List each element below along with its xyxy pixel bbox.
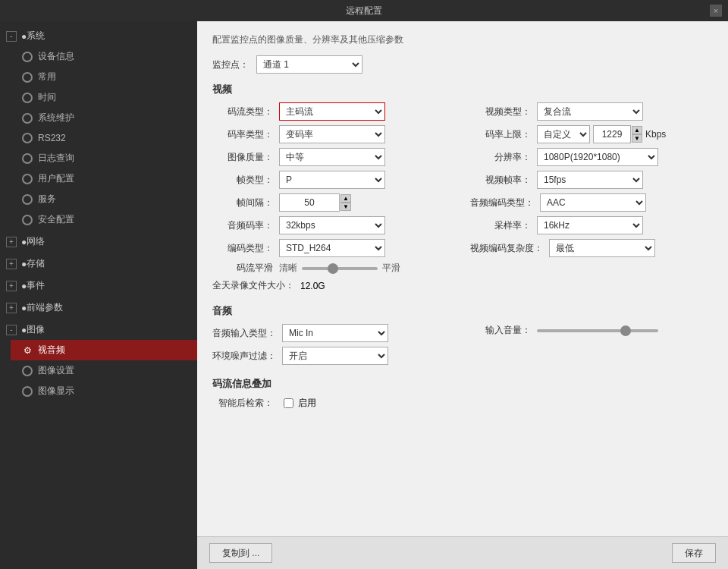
- sidebar-image-children: ⚙ 视音频 图像设置 图像显示: [0, 340, 197, 401]
- monitor-label: 监控点：: [212, 58, 249, 71]
- title-bar: 远程配置 ×: [0, 0, 728, 21]
- sidebar-system-children: 设备信息 常用 时间 系统维护 RS232: [0, 46, 197, 230]
- volume-slider[interactable]: [537, 329, 658, 332]
- sidebar-group-label-image: 图像: [27, 323, 45, 336]
- resolution-select[interactable]: 1080P(1920*1080): [537, 148, 658, 166]
- sidebar-item-video-audio[interactable]: ⚙ 视音频: [11, 340, 197, 360]
- smooth-left-label: 清晰: [279, 262, 297, 275]
- toggle-network-icon: +: [6, 237, 17, 247]
- sidebar-item-image-settings[interactable]: 图像设置: [11, 360, 197, 381]
- audio-input-type-label: 音频输入类型：: [212, 327, 276, 340]
- video-left-col: 码流类型： 主码流 码率类型： 变码率 图像质量：: [212, 102, 455, 297]
- toggle-system-icon: -: [6, 31, 17, 42]
- sidebar-group-header-system[interactable]: - ● 系统: [0, 26, 197, 46]
- sidebar-item-label: 视音频: [38, 344, 65, 357]
- save-button[interactable]: 保存: [672, 543, 716, 563]
- sidebar-group-event: + ● 事件: [0, 275, 197, 296]
- encode-type-select[interactable]: STD_H264: [279, 239, 385, 257]
- video-fps-select[interactable]: 15fps: [537, 171, 643, 189]
- image-quality-label: 图像质量：: [212, 151, 273, 164]
- security-icon: [21, 214, 33, 226]
- audio-input-type-select[interactable]: Mic In: [282, 324, 388, 342]
- smart-detect-enable-label: 启用: [298, 397, 316, 410]
- stream-type-select[interactable]: 主码流: [279, 102, 385, 121]
- idr-interval-btns: ▲ ▼: [340, 194, 351, 211]
- video-complexity-select[interactable]: 最低: [549, 239, 655, 257]
- audio-bitrate-select[interactable]: 32kbps: [279, 216, 385, 234]
- sidebar-item-label: RS232: [38, 133, 66, 143]
- fullday-row: 全天录像文件大小： 12.0G: [212, 279, 455, 292]
- sidebar-group-header-image[interactable]: - ● 图像: [0, 319, 197, 340]
- input-volume-label: 输入音量：: [470, 324, 531, 337]
- toggle-frontend-icon: +: [6, 303, 17, 313]
- audio-left-col: 音频输入类型： Mic In 环境噪声过滤： 开启: [212, 324, 455, 369]
- sidebar-group-header-frontend[interactable]: + ● 前端参数: [0, 297, 197, 318]
- network-icon: ●: [21, 237, 27, 247]
- frame-type-select[interactable]: P: [279, 171, 385, 189]
- bitrate-upper-input[interactable]: [593, 125, 631, 143]
- env-filter-select[interactable]: 开启: [282, 347, 388, 365]
- bottom-bar: 复制到 ... 保存: [197, 536, 728, 569]
- bitrate-upper-type-select[interactable]: 自定义: [537, 125, 590, 143]
- audio-encode-select[interactable]: AAC: [540, 193, 646, 212]
- sidebar-group-label-network: 网络: [27, 235, 45, 248]
- sidebar-item-log[interactable]: 日志查询: [11, 148, 197, 168]
- bitrate-upper-up-btn[interactable]: ▲: [632, 126, 642, 134]
- input-volume-row: 输入音量：: [470, 324, 713, 337]
- toggle-storage-icon: +: [6, 259, 17, 269]
- bitrate-upper-down-btn[interactable]: ▼: [632, 134, 642, 143]
- sidebar-item-device-info[interactable]: 设备信息: [11, 46, 197, 67]
- event-icon: ●: [21, 281, 27, 291]
- close-button[interactable]: ×: [710, 5, 722, 17]
- image-quality-select[interactable]: 中等: [279, 148, 385, 166]
- idr-down-btn[interactable]: ▼: [340, 203, 351, 211]
- monitor-row: 监控点： 通道 1: [212, 55, 713, 74]
- sidebar-item-common[interactable]: 常用: [11, 67, 197, 87]
- sidebar-group-label-system: 系统: [27, 30, 45, 42]
- sidebar-item-label: 日志查询: [38, 152, 74, 165]
- frame-type-row: 帧类型： P: [212, 171, 455, 189]
- sidebar-group-header-storage[interactable]: + ● 存储: [0, 253, 197, 274]
- idr-interval-input[interactable]: [279, 193, 340, 212]
- sidebar-item-label: 设备信息: [38, 50, 74, 63]
- sidebar-item-label: 用户配置: [38, 172, 74, 185]
- sidebar-item-label: 时间: [38, 91, 56, 104]
- sidebar-item-time[interactable]: 时间: [11, 87, 197, 108]
- device-info-icon: [21, 51, 33, 63]
- sidebar-group-header-event[interactable]: + ● 事件: [0, 275, 197, 296]
- video-type-select[interactable]: 复合流: [537, 102, 643, 121]
- audio-bitrate-label: 音频码率：: [212, 219, 273, 232]
- sidebar-group-header-network[interactable]: + ● 网络: [0, 231, 197, 252]
- service-icon: [21, 193, 33, 206]
- bitrate-upper-label: 码率上限：: [470, 128, 531, 141]
- bitrate-upper-btns: ▲ ▼: [632, 126, 642, 143]
- bitrate-type-select[interactable]: 变码率: [279, 125, 385, 143]
- video-fps-row: 视频帧率： 15fps: [470, 171, 713, 189]
- sidebar-item-rs232[interactable]: RS232: [11, 128, 197, 148]
- copy-to-button[interactable]: 复制到 ...: [209, 543, 272, 563]
- sidebar-item-maintenance[interactable]: 系统维护: [11, 108, 197, 128]
- common-icon: [21, 71, 33, 83]
- sidebar-item-security[interactable]: 安全配置: [11, 209, 197, 230]
- smart-detect-checkbox[interactable]: [284, 398, 293, 408]
- video-right-col: 视频类型： 复合流 码率上限： 自定义 ▲: [470, 102, 713, 297]
- video-complexity-label: 视频编码复杂度：: [470, 242, 543, 255]
- bitrate-type-label: 码率类型：: [212, 128, 273, 141]
- sample-rate-select[interactable]: 16kHz: [537, 216, 643, 234]
- monitor-select[interactable]: 通道 1: [256, 55, 362, 74]
- sidebar-group-label-event: 事件: [27, 279, 45, 292]
- bitstream-section-title: 码流信息叠加: [212, 377, 713, 391]
- sidebar-group-label-frontend: 前端参数: [27, 301, 63, 314]
- video-audio-icon: ⚙: [21, 344, 33, 357]
- sidebar-item-image-display[interactable]: 图像显示: [11, 381, 197, 401]
- idr-interval-spinner: ▲ ▼: [279, 193, 351, 212]
- idr-up-btn[interactable]: ▲: [340, 194, 351, 203]
- audio-encode-label: 音频编码类型：: [470, 196, 534, 209]
- window-title: 远程配置: [346, 5, 382, 17]
- video-section-title: 视频: [212, 83, 713, 96]
- volume-slider-wrap: [537, 329, 713, 332]
- sidebar-item-user[interactable]: 用户配置: [11, 168, 197, 189]
- sidebar-item-service[interactable]: 服务: [11, 189, 197, 209]
- env-filter-row: 环境噪声过滤： 开启: [212, 347, 455, 365]
- smooth-slider[interactable]: [302, 267, 378, 270]
